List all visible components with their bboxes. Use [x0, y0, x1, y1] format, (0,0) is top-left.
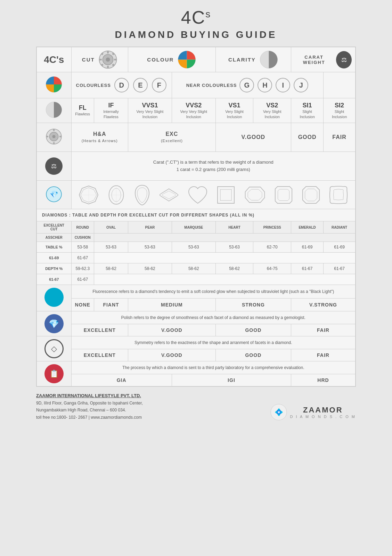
- polish-icon: 💎: [44, 314, 64, 333]
- cert-desc: The process by which a diamond is sent t…: [71, 361, 356, 374]
- cut-quality-icon: [45, 128, 63, 145]
- ha-label: H&A: [93, 131, 106, 137]
- vvs1-cell: VVS1 Very Very Slight Inclusion: [128, 98, 172, 123]
- shape-radiant: [273, 185, 294, 205]
- carat-icon: ⚖: [336, 51, 352, 68]
- carat-cell: CARAT WEIGHT ⚖: [291, 47, 356, 72]
- company-name: ZAAMOR INTERNATIONAL LIFESTYLE PVT. LTD.: [36, 392, 143, 400]
- symmetry-grades-row: EXCELLENT V.GOOD GOOD FAIR: [36, 349, 356, 361]
- svg-marker-41: [278, 189, 289, 201]
- table-row-label: TABLE %: [36, 242, 71, 253]
- grade-e: E: [133, 78, 148, 92]
- cut-cell: CUT: [71, 47, 128, 72]
- table-title-row: DIAMONDS : TABLE AND DEPTH FOR EXCELLENT…: [36, 209, 356, 221]
- col-cushion: CUSHION: [71, 234, 94, 242]
- si2-name: Slight Inclusion: [327, 109, 352, 119]
- vgood-cell: V.GOOD: [215, 123, 291, 152]
- clarity-icon-cell: [36, 98, 71, 123]
- colour-cell: COLOUR: [128, 47, 216, 72]
- grade-j: J: [294, 78, 308, 92]
- if-name: Internally Flawless: [98, 109, 124, 119]
- colour-row: COLOURLESS D E F NEAR COLOURLESS G H I J: [36, 72, 356, 98]
- colour-icon: [177, 50, 196, 69]
- vvs1-name: Very Very Slight Inclusion: [132, 109, 168, 119]
- vvs2-name: Very Very Slight Inclusion: [175, 109, 212, 119]
- good-cell: GOOD: [291, 123, 324, 152]
- clarity-icon: [259, 50, 278, 69]
- depth-asscher-label: 61-67: [36, 274, 71, 285]
- table-cushion-val: 61-67: [71, 253, 94, 263]
- cert-grades-row: GIA IGI HRD: [36, 374, 356, 386]
- depth-percent-row-2: 61-67 61-67: [36, 274, 356, 285]
- table-percent-row-2: 61-69 61-67: [36, 253, 356, 263]
- carat-text2: 1 carat = 0.2 grams (200 milli grams): [77, 166, 350, 173]
- table-pear-val: 53-63: [128, 242, 172, 253]
- clarity-label: CLARITY: [228, 57, 256, 63]
- depth-emerald-val: 61-67: [291, 263, 324, 274]
- depth-row-label: DEPTH %: [36, 263, 71, 274]
- if-cell: IF Internally Flawless: [94, 98, 128, 123]
- si2-cell: SI2 Slight Inclusion: [324, 98, 356, 123]
- polish-icon-cell: 💎: [36, 311, 71, 336]
- cert-hrd: HRD: [291, 374, 356, 386]
- svg-line-37: [231, 201, 234, 203]
- depth-heart-val: 58-62: [215, 263, 253, 274]
- sym-fair: FAIR: [291, 349, 356, 361]
- subtitle: DIAMOND BUYING GUIDE: [36, 29, 356, 40]
- vvs2-code: VVS2: [175, 102, 212, 109]
- polish-desc: Polish refers to the degree of smoothnes…: [71, 311, 356, 324]
- zaamor-logo-icon: 💠: [270, 403, 287, 421]
- table-emerald-val: 61-69: [291, 242, 324, 253]
- table-oval-val: 53-63: [94, 242, 128, 253]
- shape-cushion: [328, 185, 349, 205]
- shape-heart: [187, 184, 209, 206]
- logo-sub: D I A M O N D S . C O M: [290, 415, 356, 419]
- contact: toll free no:1800- 102- 2667 | www.zaamo…: [36, 414, 143, 421]
- fluoro-icon-cell: [36, 285, 71, 311]
- depth-round-val: 59-62.3: [71, 263, 94, 274]
- vs1-code: VS1: [219, 102, 250, 109]
- shape-round: [78, 184, 99, 206]
- fl-cell: FL Flawless: [71, 98, 94, 123]
- svg-rect-20: [46, 136, 48, 138]
- carat-text1: Carat (".CT") is a term that refers to t…: [77, 159, 350, 166]
- svg-marker-43: [305, 189, 317, 201]
- shapes-icon: 💎: [45, 186, 63, 203]
- col-pear: PEAR: [128, 221, 172, 234]
- table-marquise-val: 53-63: [172, 242, 215, 253]
- carat-desc-cell: Carat (".CT") is a term that refers to t…: [71, 152, 356, 181]
- fluoro-none: NONE: [71, 299, 94, 311]
- fluoro-strong: STRONG: [215, 299, 291, 311]
- shapes-icon-cell: 💎: [36, 181, 71, 209]
- col-round: ROUND: [71, 221, 94, 234]
- vs1-name: Very Slight Inclusion: [219, 109, 250, 119]
- fluoro-fiant: FIANT: [94, 299, 128, 311]
- colourless-label: COLOURLESS: [76, 83, 111, 88]
- shapes-row: 💎: [36, 181, 356, 209]
- vvs2-cell: VVS2 Very Very Slight Inclusion: [172, 98, 215, 123]
- shape-pear: [133, 183, 151, 206]
- depth-marquise-val: 58-62: [172, 263, 215, 274]
- svg-point-2: [106, 58, 110, 62]
- svg-line-34: [218, 187, 220, 189]
- shape-princess: [216, 185, 236, 205]
- guide-table: 4C's CUT: [36, 47, 356, 387]
- svg-rect-19: [53, 142, 55, 144]
- col-princess: PRINCESS: [253, 221, 291, 234]
- fl-code: FL: [75, 104, 90, 112]
- vvs1-code: VVS1: [132, 102, 168, 109]
- depth-oval-val: 58-62: [94, 263, 128, 274]
- svg-line-36: [218, 201, 220, 203]
- table-round-val: 53-58: [71, 242, 94, 253]
- polish-vgood: V.GOOD: [128, 324, 216, 336]
- si1-cell: SI1 Slight Inclusion: [291, 98, 324, 123]
- svg-text:💎: 💎: [50, 190, 58, 198]
- vs2-cell: VS2 Very Slight Inclusion: [253, 98, 291, 123]
- depth-pear-val: 58-62: [128, 263, 172, 274]
- polish-desc-row: 💎 Polish refers to the degree of smoothn…: [36, 311, 356, 324]
- si1-name: Slight Inclusion: [295, 109, 320, 119]
- clarity-cell: CLARITY: [215, 47, 291, 72]
- fluoro-desc: Fluorescence refers to a diamond's tende…: [71, 285, 356, 299]
- shape-marquise: [158, 186, 180, 204]
- ha-cell: H&A (Hearts & Arrows): [71, 123, 128, 152]
